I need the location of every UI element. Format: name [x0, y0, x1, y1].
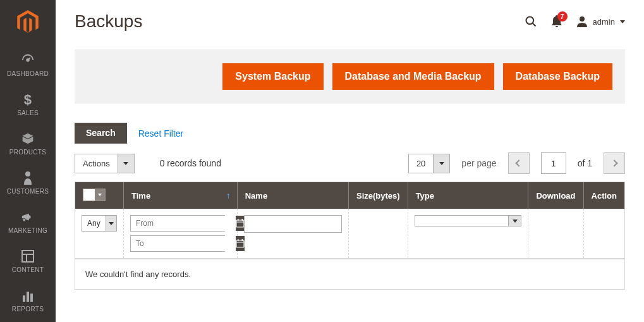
chart-icon [21, 288, 34, 303]
db-media-backup-button[interactable]: Database and Media Backup [332, 63, 494, 90]
empty-message: We couldn't find any records. [75, 259, 624, 289]
sidebar: DASHBOARD $ SALES PRODUCTS CUSTOMERS MAR… [0, 0, 56, 322]
header-actions: 7 admin [525, 15, 625, 28]
svg-rect-13 [236, 220, 244, 227]
chevron-down-icon [109, 222, 114, 225]
filter-time-from [130, 215, 225, 232]
nav-sales[interactable]: $ SALES [0, 84, 56, 123]
svg-line-11 [532, 23, 535, 27]
total-pages: of 1 [578, 158, 592, 168]
search-icon [525, 15, 537, 28]
filter-name-input[interactable] [244, 215, 342, 233]
col-type-header[interactable]: Type [408, 182, 528, 209]
records-count: 0 records found [160, 158, 221, 168]
nav-customers[interactable]: CUSTOMERS [0, 162, 56, 201]
svg-rect-20 [242, 239, 243, 241]
grid-toolbar: Actions 0 records found 20 per page of 1 [75, 152, 625, 174]
nav-products[interactable]: PRODUCTS [0, 123, 56, 162]
header-label: Name [245, 191, 267, 201]
svg-text:$: $ [24, 92, 32, 106]
svg-rect-4 [22, 251, 33, 262]
chevron-down-icon [513, 220, 518, 223]
megaphone-icon [21, 209, 35, 225]
actions-label: Actions [75, 154, 118, 173]
page-header: Backups 7 admin [75, 0, 625, 49]
header-label: Type [416, 191, 434, 201]
nav-label: CUSTOMERS [7, 188, 49, 195]
nav-dashboard[interactable]: DASHBOARD [0, 44, 56, 84]
svg-rect-8 [27, 292, 29, 302]
svg-point-12 [580, 16, 585, 22]
username: admin [593, 17, 615, 27]
box-icon [21, 131, 34, 146]
page-size-value: 20 [409, 154, 433, 173]
col-checkbox [75, 182, 124, 209]
chevron-right-icon [611, 159, 617, 166]
prev-page-button[interactable] [508, 152, 530, 174]
system-backup-button[interactable]: System Backup [222, 63, 323, 90]
page-input[interactable] [541, 152, 566, 174]
search-button[interactable]: Search [75, 123, 127, 144]
next-page-button[interactable] [604, 152, 625, 174]
nav-reports[interactable]: REPORTS [0, 280, 56, 319]
chevron-left-icon [515, 159, 522, 166]
svg-rect-17 [236, 240, 244, 247]
user-menu[interactable]: admin [576, 16, 625, 27]
to-date-input[interactable] [131, 236, 236, 251]
col-download-header: Download [528, 182, 583, 209]
header-label: Size(bytes) [356, 191, 400, 201]
nav-label: SALES [17, 109, 39, 116]
nav-label: DASHBOARD [7, 70, 49, 77]
checkbox-icon [83, 189, 95, 201]
col-time-header[interactable]: Time ↑ [124, 182, 238, 209]
chevron-down-icon [98, 194, 102, 196]
filter-bar: Search Reset Filter [75, 123, 625, 144]
dollar-icon: $ [23, 92, 32, 107]
nav-label: MARKETING [8, 227, 47, 234]
svg-rect-15 [238, 219, 239, 221]
dropdown-toggle [433, 154, 449, 173]
filter-time-to [130, 235, 225, 252]
svg-line-1 [28, 58, 30, 60]
filter-type-select[interactable] [415, 215, 522, 226]
svg-point-10 [526, 17, 533, 25]
logo[interactable] [0, 0, 56, 44]
select-all-dropdown[interactable] [83, 189, 106, 201]
filter-checkbox-select[interactable]: Any [82, 215, 117, 232]
layout-icon [21, 249, 34, 264]
page-size-select[interactable]: 20 [408, 154, 450, 173]
filter-row: Any [75, 209, 624, 259]
sort-asc-icon: ↑ [226, 190, 231, 201]
search-button[interactable] [525, 15, 537, 28]
actions-dropdown[interactable]: Actions [75, 154, 135, 173]
per-page-label: per page [461, 158, 496, 168]
nav-label: REPORTS [12, 306, 44, 313]
db-backup-button[interactable]: Database Backup [503, 63, 612, 90]
caret-down-icon [620, 20, 625, 23]
dropdown-toggle [95, 189, 105, 201]
svg-rect-7 [23, 295, 25, 302]
notification-badge: 7 [557, 11, 568, 22]
nav-content[interactable]: CONTENT [0, 240, 56, 280]
calendar-button[interactable] [236, 236, 245, 251]
reset-filter-link[interactable]: Reset Filter [138, 128, 184, 139]
page-title: Backups [75, 11, 142, 32]
chevron-down-icon [123, 162, 128, 165]
chevron-down-icon [439, 162, 444, 165]
col-size-header[interactable]: Size(bytes) [349, 182, 408, 209]
col-name-header[interactable]: Name [237, 182, 348, 209]
from-date-input[interactable] [131, 216, 236, 231]
primary-actions-bar: System Backup Database and Media Backup … [75, 49, 625, 104]
magento-logo-icon [17, 10, 39, 34]
gauge-icon [21, 53, 35, 68]
nav-marketing[interactable]: MARKETING [0, 201, 56, 240]
user-icon [576, 16, 588, 27]
filter-any-label: Any [82, 216, 106, 231]
dropdown-toggle [118, 154, 134, 173]
type-value [415, 216, 509, 226]
dropdown-toggle [508, 216, 521, 226]
notifications-button[interactable]: 7 [551, 15, 562, 28]
main-content: Backups 7 admin System Backup Database a… [56, 0, 644, 322]
backups-table: Time ↑ Name Size(bytes) Type Download Ac… [75, 182, 625, 290]
person-icon [23, 170, 33, 185]
